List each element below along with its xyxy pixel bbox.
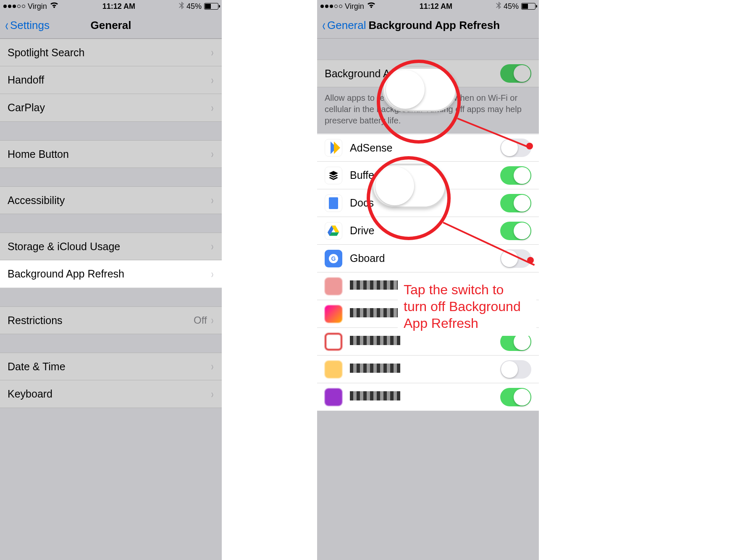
row-keyboard[interactable]: Keyboard › [0,380,222,408]
chevron-right-icon: › [211,314,214,327]
left-screenshot: Virgin 11:12 AM 45% ‹ Settings General S… [0,0,222,560]
clock: 11:12 AM [102,2,135,11]
row-app-obscured[interactable] [317,383,539,411]
chevron-right-icon: › [211,73,214,87]
toggle-obscured[interactable] [500,360,531,379]
drive-icon [325,222,342,240]
adsense-icon [325,139,342,157]
master-toggle[interactable] [500,64,531,83]
row-app-gboard[interactable]: Gboard [317,245,539,272]
nav-bar: ‹ General Background App Refresh [317,13,539,39]
carrier-name: Virgin [28,2,47,11]
back-button[interactable]: ‹ General [321,19,366,32]
clock: 11:12 AM [420,2,452,11]
wifi-icon [367,2,376,11]
chevron-right-icon: › [211,194,214,207]
back-label: Settings [10,19,50,32]
chevron-right-icon: › [211,240,214,253]
row-accessibility[interactable]: Accessibility › [0,186,222,214]
annotation-big-switch-mid [372,164,446,208]
annotation-text: Tap the switch to turn off Background Ap… [398,277,536,336]
page-title: General [91,19,131,32]
docs-icon [325,194,342,212]
chevron-right-icon: › [211,387,214,401]
battery-icon [204,3,218,10]
battery-percent: 45% [504,2,519,11]
back-label: General [327,19,366,32]
status-bar: Virgin 11:12 AM 45% [317,0,539,13]
chevron-right-icon: › [211,46,214,59]
row-handoff[interactable]: Handoff › [0,66,222,94]
chevron-right-icon: › [211,147,214,161]
row-app-obscured[interactable] [317,356,539,383]
signal-dots-icon [3,5,25,8]
app-icon [325,388,342,406]
toggle-buffer[interactable] [500,166,531,185]
app-icon [325,305,342,323]
annotation-endpoint [527,257,534,264]
nav-bar: ‹ Settings General [0,13,222,39]
signal-dots-icon [320,5,342,8]
row-background-app-refresh[interactable]: Background App Refresh › [0,260,222,288]
carrier-name: Virgin [345,2,364,11]
wifi-icon [50,2,59,11]
chevron-right-icon: › [211,267,214,281]
row-date-time[interactable]: Date & Time › [0,353,222,380]
toggle-obscured[interactable] [500,388,531,406]
row-app-drive[interactable]: Drive [317,217,539,245]
status-bar: Virgin 11:12 AM 45% [0,0,222,13]
chevron-right-icon: › [211,360,214,373]
annotation-big-switch-top [382,67,457,112]
battery-percent: 45% [186,2,202,11]
restrictions-value: Off [194,314,207,326]
row-restrictions[interactable]: Restrictions Off › [0,306,222,334]
row-spotlight[interactable]: Spotlight Search › [0,39,222,66]
row-storage[interactable]: Storage & iCloud Usage › [0,233,222,260]
bluetooth-icon [496,2,501,11]
buffer-icon [325,167,342,184]
row-home-button[interactable]: Home Button › [0,140,222,168]
battery-icon [521,3,536,10]
right-screenshot: Virgin 11:12 AM 45% ‹ General Background… [317,0,539,560]
annotation-endpoint [526,143,533,149]
page-title: Background App Refresh [369,19,500,32]
chevron-right-icon: › [211,101,214,115]
toggle-drive[interactable] [500,222,531,240]
gboard-icon [325,250,342,267]
app-icon [325,361,342,378]
row-carplay[interactable]: CarPlay › [0,94,222,122]
back-button[interactable]: ‹ Settings [4,19,50,32]
bluetooth-icon [179,2,184,11]
toggle-docs[interactable] [500,194,531,212]
app-icon [325,277,342,295]
app-icon [325,333,342,351]
